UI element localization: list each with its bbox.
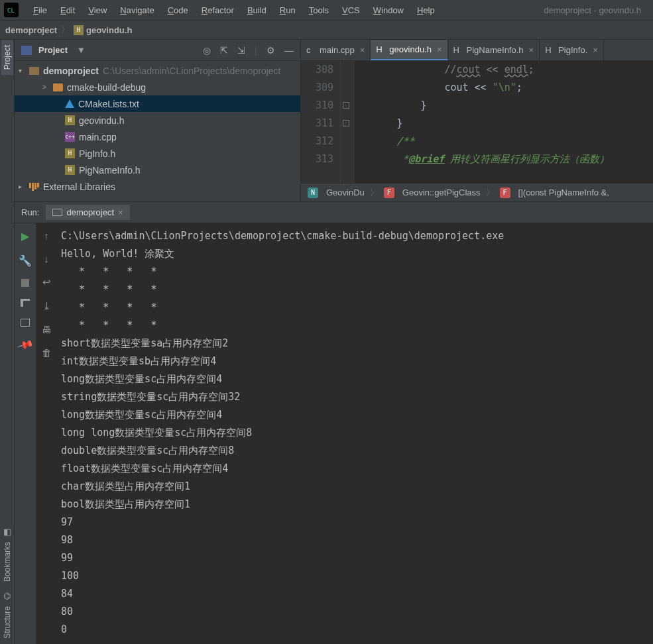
play-icon[interactable]: ▶ <box>21 230 29 242</box>
cpp-file-icon: c <box>306 46 316 55</box>
soft-wrap-icon[interactable]: ↩ <box>42 276 51 288</box>
bookmark-icon: ◧ <box>3 527 11 537</box>
project-panel: Project ▼ ◎ ⇱ ⇲ | ⚙ — ▾ demoproject C:\U… <box>15 40 301 201</box>
nav-breadcrumb: demoproject 〉 H geovindu.h <box>0 20 653 40</box>
svg-text:CL: CL <box>7 7 15 14</box>
tool-bookmarks[interactable]: Bookmarks <box>1 537 13 587</box>
badge-icon: N <box>308 188 318 198</box>
console-output[interactable]: C:\Users\admin\CLionProjects\demoproject… <box>57 223 653 644</box>
structure-icon: ⌬ <box>3 591 11 601</box>
close-icon[interactable]: × <box>118 207 123 217</box>
locate-icon[interactable]: ◎ <box>203 45 211 56</box>
print-console-icon[interactable]: 🖶 <box>42 324 52 335</box>
close-icon[interactable]: × <box>529 45 534 55</box>
print-icon[interactable] <box>21 319 30 327</box>
menu-navigate[interactable]: Navigate <box>113 3 160 18</box>
menu-vcs[interactable]: VCS <box>335 3 367 18</box>
tree-item-PigNameInfo-h[interactable]: HPigNameInfo.h <box>15 162 300 178</box>
menu-window[interactable]: Window <box>367 3 410 18</box>
project-header: Project ▼ ◎ ⇱ ⇲ | ⚙ — <box>15 40 300 61</box>
wrench-icon[interactable]: 🔧 <box>19 254 32 267</box>
run-header: Run: demoproject × <box>15 202 653 223</box>
stop-icon[interactable] <box>21 279 29 287</box>
layout-icon[interactable] <box>21 299 30 307</box>
tab-geovindu-h[interactable]: Hgeovindu.h× <box>371 40 447 60</box>
menu-tools[interactable]: Tools <box>302 3 335 18</box>
run-toolbar-secondary: ↑ ↓ ↩ ⤓ 🖶 🗑 <box>36 223 57 644</box>
tree-item-CMakeLists-txt[interactable]: CMakeLists.txt <box>15 95 300 112</box>
tab-label: geovindu.h <box>389 44 432 54</box>
chevron-down-icon[interactable]: ▼ <box>77 45 86 55</box>
header-file-icon: H <box>74 25 84 35</box>
menu-code[interactable]: Code <box>161 3 195 18</box>
cpp-file-icon: c++ <box>65 132 75 142</box>
fold-marker[interactable]: - <box>343 102 349 109</box>
run-config-tab[interactable]: demoproject × <box>46 205 129 220</box>
header-file-icon: H <box>65 165 75 175</box>
run-config-name: demoproject <box>66 207 114 217</box>
crumb-label[interactable]: [](const PigNameInfo &, <box>518 188 609 197</box>
window-title: demoproject - geovindu.h <box>544 5 649 15</box>
menu-view[interactable]: View <box>82 3 113 18</box>
fold-marker[interactable]: - <box>343 120 349 127</box>
app-logo-icon: CL <box>4 3 19 17</box>
badge-icon: F <box>384 188 394 198</box>
tree-item-main-cpp[interactable]: c++main.cpp <box>15 129 300 145</box>
console-icon <box>52 209 62 216</box>
menu-edit[interactable]: Edit <box>54 3 82 18</box>
tree-item-label: main.cpp <box>79 132 117 142</box>
project-title[interactable]: Project <box>38 45 68 55</box>
run-panel: Run: demoproject × ▶ 🔧 📌 ↑ ↓ ↩ ⤓ 🖶 🗑 C:\… <box>15 201 653 644</box>
folder-icon <box>29 67 39 75</box>
menu-file[interactable]: File <box>27 3 54 18</box>
ext-libs-label: External Libraries <box>43 182 115 192</box>
fold-column[interactable]: -- <box>341 61 354 183</box>
run-label: Run: <box>21 207 39 217</box>
collapse-all-icon[interactable]: ⇲ <box>237 45 245 56</box>
chevron-right-icon: 〉 <box>370 187 379 199</box>
line-gutter: 308 309 310 311 312 313 <box>301 61 341 183</box>
left-tool-stripe: Project ◧ Bookmarks ⌬ Structure <box>0 40 15 644</box>
tab-main-cpp[interactable]: cmain.cpp× <box>301 40 371 60</box>
hide-icon[interactable]: — <box>284 45 294 56</box>
chevron-right-icon: 〉 <box>61 24 70 36</box>
tab-PigInfo-[interactable]: HPigInfo.× <box>540 40 604 60</box>
tree-root[interactable]: ▾ demoproject C:\Users\admin\CLionProjec… <box>15 62 300 79</box>
crumb-label[interactable]: GeovinDu <box>326 188 365 197</box>
crumb-project[interactable]: demoproject <box>5 25 57 35</box>
scroll-to-end-icon[interactable]: ⤓ <box>42 300 51 312</box>
pin-icon[interactable]: 📌 <box>17 336 34 353</box>
tree-item-PigInfo-h[interactable]: HPigInfo.h <box>15 145 300 162</box>
folder-icon <box>53 83 63 91</box>
close-icon[interactable]: × <box>437 44 442 54</box>
tool-structure[interactable]: Structure <box>1 601 13 644</box>
root-name: demoproject <box>43 66 99 76</box>
external-libraries[interactable]: ▸ External Libraries <box>15 178 300 195</box>
tab-PigNameInfo-h[interactable]: HPigNameInfo.h× <box>448 40 540 60</box>
tree-item-cmake-build-debug[interactable]: >cmake-build-debug <box>15 79 300 95</box>
cmake-icon <box>65 99 74 108</box>
tree-item-geovindu-h[interactable]: Hgeovindu.h <box>15 112 300 129</box>
badge-icon: F <box>500 188 510 198</box>
menu-run[interactable]: Run <box>273 3 302 18</box>
close-icon[interactable]: × <box>360 45 365 55</box>
menu-refactor[interactable]: Refactor <box>195 3 241 18</box>
up-icon[interactable]: ↑ <box>44 230 49 241</box>
crumb-label[interactable]: Geovin::getPigClass <box>402 188 481 197</box>
expand-all-icon[interactable]: ⇱ <box>220 45 228 56</box>
down-icon[interactable]: ↓ <box>44 253 49 264</box>
header-file-icon: H <box>545 46 554 55</box>
crumb-file[interactable]: geovindu.h <box>86 25 132 35</box>
code-area[interactable]: 308 309 310 311 312 313 -- //cout << end… <box>301 61 653 183</box>
gear-icon[interactable]: ⚙ <box>267 45 275 56</box>
trash-icon[interactable]: 🗑 <box>42 347 52 358</box>
menu-build[interactable]: Build <box>241 3 273 18</box>
code-text[interactable]: //cout << endl; cout << "\n"; } } /** *@… <box>354 61 653 183</box>
tool-project[interactable]: Project <box>1 40 13 75</box>
menu-help[interactable]: Help <box>410 3 442 18</box>
project-icon <box>21 46 32 55</box>
chevron-right-icon: 〉 <box>486 187 495 199</box>
tab-label: PigNameInfo.h <box>467 45 524 55</box>
editor-panel: cmain.cpp×Hgeovindu.h×HPigNameInfo.h×HPi… <box>301 40 653 201</box>
close-icon[interactable]: × <box>593 45 598 55</box>
